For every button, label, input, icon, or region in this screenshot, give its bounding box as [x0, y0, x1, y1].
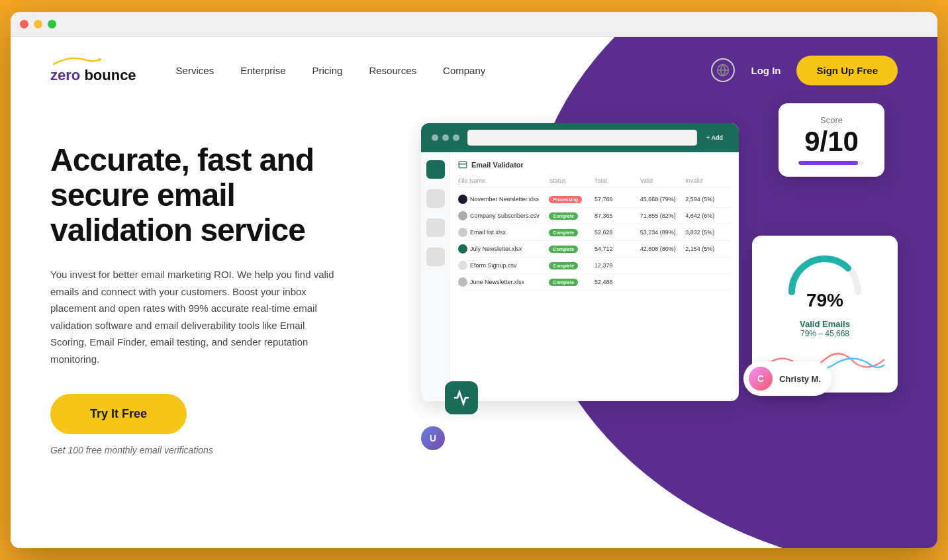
dash-dot-2 [442, 134, 449, 141]
nav-resources[interactable]: Resources [369, 65, 416, 76]
table-header: File Name Status Total Valid Invalid [458, 175, 731, 187]
globe-icon[interactable] [711, 58, 735, 82]
sidebar-clock-icon[interactable] [426, 218, 445, 237]
dashboard-title-row: Email Validator [458, 160, 731, 169]
svg-marker-0 [99, 58, 102, 62]
dashboard-sidebar [421, 152, 450, 401]
col-total: Total [594, 177, 640, 184]
titlebar [11, 12, 937, 37]
avatar-name: Christy M. [779, 374, 821, 384]
gauge-percentage: 79% [806, 290, 843, 311]
login-button[interactable]: Log In [751, 65, 781, 76]
score-value: 9/10 [792, 128, 871, 156]
browser-window: zero bounce Services Enterprise Pricing … [11, 12, 937, 548]
nav-right: Log In Sign Up Free [711, 56, 898, 85]
valid-emails-label: Valid Emails [765, 319, 884, 329]
avatar-image: C [749, 367, 773, 391]
logo-text: zero bounce [50, 67, 136, 84]
score-label: Score [792, 115, 871, 125]
table-row: Eform Signup.csv Complete 12,379 [458, 257, 731, 274]
gauge-chart: 79% [765, 249, 884, 311]
close-dot[interactable] [20, 20, 28, 28]
nav-company[interactable]: Company [443, 65, 485, 76]
activity-button[interactable] [445, 381, 478, 414]
page-content: zero bounce Services Enterprise Pricing … [11, 37, 937, 548]
col-valid: Valid [640, 177, 686, 184]
table-row: November Newsletter.xlsx Processing 57,7… [458, 191, 731, 208]
row-icon [458, 261, 467, 270]
sidebar-users-icon[interactable] [426, 160, 445, 179]
score-card: Score 9/10 [779, 103, 884, 177]
logo-zero: zero [50, 67, 80, 83]
nav-enterprise[interactable]: Enterprise [240, 65, 285, 76]
email-input-mock [467, 130, 697, 146]
row-icon [458, 277, 467, 287]
hero-section: Accurate, fast and secure email validati… [50, 117, 381, 455]
signup-button[interactable]: Sign Up Free [796, 56, 898, 85]
main-nav: Services Enterprise Pricing Resources Co… [176, 65, 712, 76]
row-icon [458, 195, 467, 204]
header: zero bounce Services Enterprise Pricing … [11, 37, 937, 103]
valid-emails-count: 79% – 45,668 [765, 329, 884, 338]
table-row: Email list.xlsx Complete 52,628 53,234 (… [458, 224, 731, 241]
maximize-dot[interactable] [48, 20, 56, 28]
nav-services[interactable]: Services [176, 65, 214, 76]
dash-dot-1 [432, 134, 438, 141]
hero-description: You invest for better email marketing RO… [50, 266, 342, 367]
table-row: July Newsletter.xlsx Complete 54,712 42,… [458, 241, 731, 257]
sidebar-card-icon[interactable] [426, 248, 445, 266]
nav-pricing[interactable]: Pricing [312, 65, 343, 76]
main-dashboard-panel: + Add Email Validator [421, 123, 739, 401]
row-icon [458, 244, 467, 254]
add-button[interactable]: + Add [701, 132, 728, 144]
logo[interactable]: zero bounce [50, 56, 136, 84]
svg-rect-3 [459, 162, 467, 167]
col-invalid: Invalid [685, 177, 731, 184]
main-content: Accurate, fast and secure email validati… [11, 103, 937, 455]
dash-dot-3 [453, 134, 459, 141]
sidebar-email-icon[interactable] [426, 189, 445, 208]
table-row: Company Subscribers.csv Complete 87,365 … [458, 208, 731, 224]
col-filename: File Name [458, 177, 549, 184]
score-bar-fill [798, 161, 858, 165]
try-free-button[interactable]: Try It Free [50, 394, 187, 434]
minimize-dot[interactable] [34, 20, 42, 28]
dashboard-main-area: Email Validator File Name Status Total V… [450, 152, 739, 401]
logo-arc [50, 56, 136, 66]
logo-bounce: bounce [84, 67, 136, 83]
dashboard-mockup: Score 9/10 + Add [408, 103, 898, 447]
avatar-card: C Christy M. [743, 361, 831, 396]
table-row: June Newsletter.xlsx Complete 52,486 [458, 274, 731, 291]
dashboard-header: + Add [421, 123, 739, 152]
score-bar [798, 161, 865, 165]
dashboard-title: Email Validator [471, 161, 524, 169]
user-avatar: U [421, 426, 445, 450]
row-icon [458, 228, 467, 237]
row-icon [458, 211, 467, 220]
hero-title: Accurate, fast and secure email validati… [50, 143, 381, 248]
col-status: Status [549, 177, 594, 184]
free-verifications-text: Get 100 free monthly email verifications [50, 445, 381, 455]
